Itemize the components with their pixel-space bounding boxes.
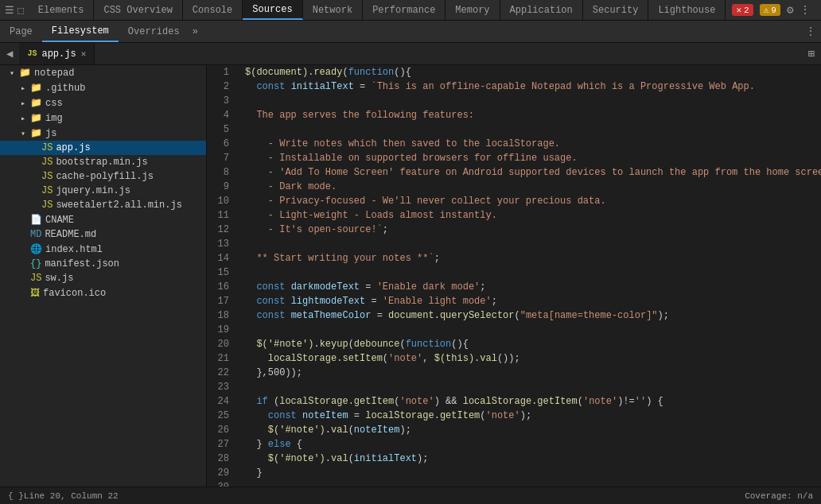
main-content: ▾ 📁 notepad ▸ 📁 .github ▸ 📁 css ▸ 📁 img … [0,65,821,487]
secondary-more-icon[interactable]: ⋮ [800,25,821,38]
tree-label-css: css [45,98,63,109]
tree-item-js[interactable]: ▾ 📁 js [0,126,206,141]
top-bar-right: ✕ 2 ⚠ 9 ⚙ ⋮ ⋮ [726,3,821,17]
folder-open-icon: 📁 [30,127,42,139]
folder-open-icon: 📁 [19,67,31,79]
arrow-icon: ▸ [18,83,29,93]
line-col-status: Line 20, Column 22 [24,491,119,501]
bracket-icon: { } [8,491,24,501]
window-icon[interactable]: ⬚ [18,4,24,17]
tab-application[interactable]: Application [500,0,583,20]
tree-label-cname: CNAME [45,215,74,226]
tree-label-img: img [45,113,63,124]
devtools-status-bar: { } Line 20, Column 22 Coverage: n/a [0,487,821,504]
js-file-icon: JS [41,171,53,182]
js-file-icon: JS [41,200,53,211]
arrow-icon: ▸ [18,114,29,123]
js-file-icon: JS [27,49,37,58]
close-tab-icon[interactable]: ✕ [81,48,87,59]
warn-count: 9 [771,6,776,15]
js-file-icon: JS [41,142,53,153]
tab-console[interactable]: Console [183,0,243,20]
tree-label-notepad: notepad [34,68,74,79]
top-nav-bar: ☰ ⬚ Elements CSS Overview Console Source… [0,0,821,21]
warn-badge[interactable]: ⚠ 9 [760,4,780,16]
folder-icon: 📁 [30,97,42,109]
tree-label-github: .github [45,83,85,94]
arrow-icon: ▾ [6,68,18,78]
tree-item-sw[interactable]: ▸ JS sw.js [0,271,206,285]
file-tab-app-js[interactable]: JS app.js ✕ [19,43,95,64]
code-editor[interactable]: 1234567891011121314151617181920212223242… [207,65,821,487]
file-tree-sidebar: ▾ 📁 notepad ▸ 📁 .github ▸ 📁 css ▸ 📁 img … [0,65,207,487]
tree-item-jquery[interactable]: ▸ JS jquery.min.js [0,184,206,198]
secondary-bar: Page Filesystem Overrides » ⋮ [0,21,821,43]
tree-item-cache-polyfill[interactable]: ▸ JS cache-polyfill.js [0,169,206,184]
tree-label-favicon: favicon.ico [43,288,106,299]
tree-label-bootstrap: bootstrap.min.js [56,157,147,168]
more-tabs-chevron[interactable]: » [189,26,201,37]
line-numbers: 1234567891011121314151617181920212223242… [207,65,239,487]
tree-label-readme: README.md [45,229,96,240]
tree-label-jquery: jquery.min.js [56,185,130,196]
js-file-icon: JS [30,273,41,284]
ico-file-icon: 🖼 [30,287,40,299]
tab-page[interactable]: Page [0,21,42,42]
tree-label-index: index.html [45,244,103,255]
tree-label-sw: sw.js [45,273,73,284]
tree-item-favicon[interactable]: ▸ 🖼 favicon.ico [0,285,206,300]
tree-label-sweetalert: sweetalert2.all.min.js [56,200,181,211]
default-file-icon: 📄 [30,214,42,226]
tab-lighthouse[interactable]: Lighthouse [648,0,726,20]
folder-icon: 📁 [30,82,42,94]
tab-network[interactable]: Network [303,0,363,20]
tab-overrides[interactable]: Overrides [119,21,189,42]
tab-security[interactable]: Security [583,0,649,20]
tree-item-css[interactable]: ▸ 📁 css [0,95,206,110]
tree-item-github[interactable]: ▸ 📁 .github [0,80,206,95]
tree-item-sweetalert[interactable]: ▸ JS sweetalert2.all.min.js [0,198,206,212]
tree-label-cache: cache-polyfill.js [56,171,153,182]
coverage-status: Coverage: n/a [745,491,813,501]
file-tab-label: app.js [41,48,76,60]
warn-icon: ⚠ [764,5,769,15]
js-file-icon: JS [41,185,53,196]
tree-item-bootstrap[interactable]: ▸ JS bootstrap.min.js [0,155,206,169]
tab-filesystem[interactable]: Filesystem [42,21,119,42]
js-file-icon: JS [41,157,53,168]
menu-icon[interactable]: ☰ [5,4,14,17]
tree-item-cname[interactable]: ▸ 📄 CNAME [0,212,206,227]
file-tabs-bar: ◀ JS app.js ✕ ⊞ [0,43,821,65]
json-file-icon: {} [30,258,41,269]
devtools-tabs: Elements CSS Overview Console Sources Ne… [29,0,726,20]
error-x-icon: ✕ [736,5,741,15]
html-file-icon: 🌐 [30,243,42,255]
tree-label-app-js: app.js [56,142,90,153]
editor-expand-icon[interactable]: ⊞ [802,47,821,60]
tree-label-manifest: manifest.json [45,258,119,269]
tab-elements[interactable]: Elements [29,0,95,20]
error-count: 2 [744,6,749,15]
tree-item-readme[interactable]: ▸ MD README.md [0,227,206,242]
window-controls: ☰ ⬚ [0,4,29,17]
folder-icon: 📁 [30,112,42,124]
settings-icon[interactable]: ⚙ [787,3,793,17]
tree-item-app-js[interactable]: ▸ JS app.js [0,141,206,155]
arrow-icon: ▾ [18,129,29,138]
sidebar-collapse-button[interactable]: ◀ [0,47,19,60]
error-badge[interactable]: ✕ 2 [732,4,753,16]
tree-item-manifest[interactable]: ▸ {} manifest.json [0,257,206,271]
code-content: $(document).ready(function(){ const init… [239,65,821,487]
tab-memory[interactable]: Memory [446,0,500,20]
tree-item-index[interactable]: ▸ 🌐 index.html [0,242,206,257]
tab-css-overview[interactable]: CSS Overview [94,0,182,20]
tree-label-js: js [45,128,56,139]
tab-performance[interactable]: Performance [363,0,446,20]
tab-sources[interactable]: Sources [243,0,302,20]
tree-item-notepad[interactable]: ▾ 📁 notepad [0,65,206,80]
expand-icon[interactable]: ⋮ [817,3,821,17]
arrow-icon: ▸ [18,99,29,108]
tree-item-img[interactable]: ▸ 📁 img [0,110,206,126]
md-file-icon: MD [30,229,41,240]
more-options-icon[interactable]: ⋮ [800,3,811,17]
